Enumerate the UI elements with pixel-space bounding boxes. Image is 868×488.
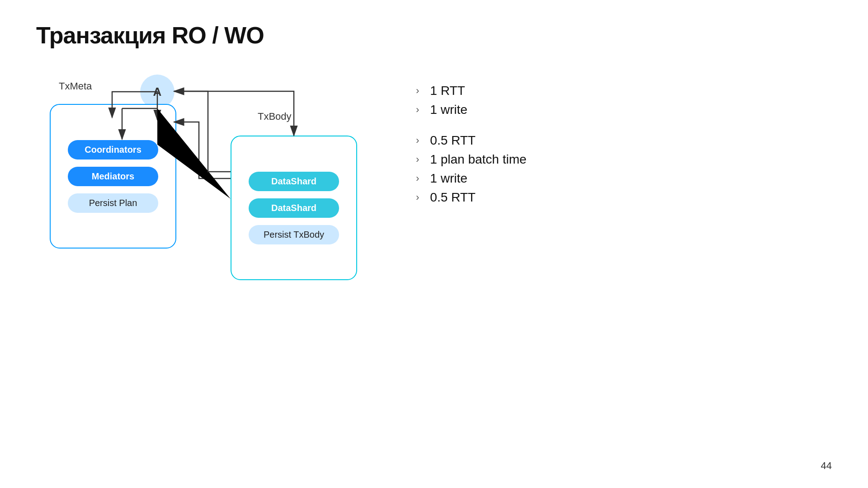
bullet-item-2-write: › 1 write bbox=[416, 171, 710, 186]
txmeta-label: TxMeta bbox=[59, 80, 92, 92]
bullet-text-2-rtt05b: 0.5 RTT bbox=[430, 190, 476, 205]
bullet-text-1-rtt: 1 RTT bbox=[430, 84, 465, 98]
bullet-group-1: › 1 RTT › 1 write bbox=[416, 84, 710, 117]
bullet-item-2-rtt05b: › 0.5 RTT bbox=[416, 190, 710, 205]
bullet-item-2-plan: › 1 plan batch time bbox=[416, 152, 710, 167]
chevron-icon-2: › bbox=[416, 104, 419, 116]
txbody-box: DataShard DataShard Persist TxBody bbox=[231, 136, 357, 280]
bullet-group-2: › 0.5 RTT › 1 plan batch time › 1 write … bbox=[416, 133, 710, 205]
diagram: TxMeta TxBody A Coordinators Mediators P… bbox=[36, 68, 389, 294]
bullet-text-2-rtt05: 0.5 RTT bbox=[430, 133, 476, 148]
chip-datashard-1: DataShard bbox=[249, 172, 339, 191]
bullet-text-2-write: 1 write bbox=[430, 171, 467, 186]
slide-title: Транзакция RO / WO bbox=[36, 22, 264, 49]
bullet-item-1-rtt: › 1 RTT bbox=[416, 84, 710, 98]
chevron-icon-1: › bbox=[416, 85, 419, 97]
chevron-icon-4: › bbox=[416, 154, 419, 165]
bullet-list: › 1 RTT › 1 write › 0.5 RTT › 1 plan bat… bbox=[416, 84, 710, 221]
chip-persist-txbody: Persist TxBody bbox=[249, 225, 339, 244]
bullet-text-2-plan: 1 plan batch time bbox=[430, 152, 526, 167]
bullet-item-1-write: › 1 write bbox=[416, 103, 710, 117]
chip-persist-plan: Persist Plan bbox=[68, 193, 158, 213]
bullet-text-1-write: 1 write bbox=[430, 103, 467, 117]
page-number: 44 bbox=[821, 460, 832, 472]
chevron-icon-6: › bbox=[416, 192, 419, 203]
chip-mediators: Mediators bbox=[68, 167, 158, 186]
chip-datashard-2: DataShard bbox=[249, 198, 339, 218]
chevron-icon-3: › bbox=[416, 135, 419, 146]
chip-coordinators: Coordinators bbox=[68, 140, 158, 160]
txbody-label: TxBody bbox=[258, 111, 292, 122]
bullet-item-2-rtt05: › 0.5 RTT bbox=[416, 133, 710, 148]
chevron-icon-5: › bbox=[416, 173, 419, 184]
txmeta-box: Coordinators Mediators Persist Plan bbox=[50, 104, 176, 249]
